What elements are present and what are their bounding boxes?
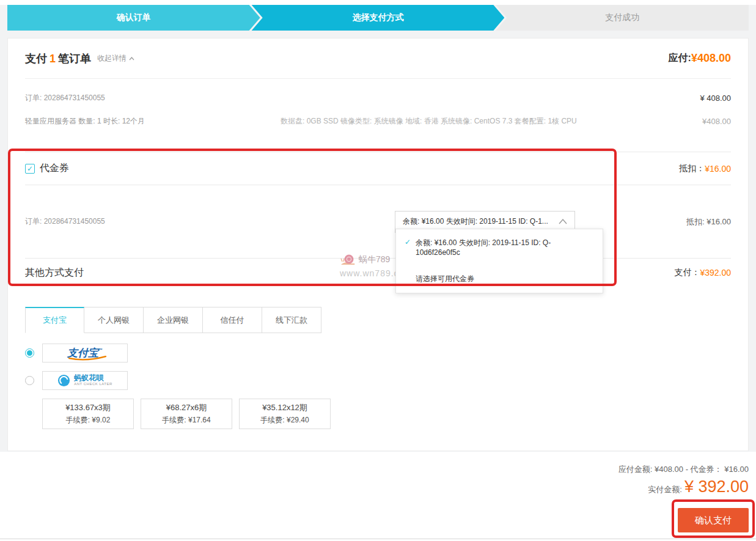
product-spec: 轻量应用服务器 数量: 1 时长: 12个月 [25, 116, 145, 127]
huabei-logo-subtext: ANT CHECK LATER [74, 382, 112, 386]
step-label: 支付成功 [605, 12, 639, 23]
trademark-mark: ™ [98, 348, 103, 352]
installment-plan: ¥68.27x6期 [166, 402, 207, 413]
installment-options: ¥133.67x3期 手续费: ¥9.02 ¥68.27x6期 手续费: ¥17… [42, 399, 731, 429]
deduct-label: 抵扣： [679, 163, 705, 174]
voucher-checkbox[interactable]: ✓ [25, 164, 35, 174]
alipay-logo: 支付宝™ [67, 348, 103, 358]
config-spec: 数据盘: 0GB SSD 镜像类型: 系统镜像 地域: 香港 系统镜像: Cen… [281, 116, 577, 127]
title-prefix: 支付 [25, 53, 47, 65]
tab-personal-bank[interactable]: 个人网银 [84, 307, 144, 333]
installment-fee: 手续费: ¥29.40 [260, 415, 309, 425]
installment-3-months[interactable]: ¥133.67x3期 手续费: ¥9.02 [42, 399, 134, 429]
alipay-logo-box[interactable]: 支付宝™ [42, 344, 128, 363]
voucher-option-label: 请选择可用代金券 [416, 274, 474, 284]
ant-check-later-icon [57, 374, 70, 387]
order-spec-row: 轻量应用服务器 数量: 1 时长: 12个月 数据盘: 0GB SSD 镜像类型… [25, 109, 731, 133]
tab-label: 线下汇款 [276, 315, 307, 326]
voucher-option-label: 余额: ¥16.00 失效时间: 2019-11-15 ID: Q-10d6f2… [416, 238, 594, 257]
order-count: 1 [47, 53, 58, 65]
order-id-row: 订单: 202864731450055 ¥ 408.00 [25, 86, 731, 109]
installment-fee: 手续费: ¥9.02 [66, 415, 111, 425]
voucher-order-row: 订单: 202864731450055 余额: ¥16.00 失效时间: 201… [25, 185, 731, 259]
order-count-title: 支付1笔订单 [25, 51, 91, 66]
installment-6-months[interactable]: ¥68.27x6期 手续费: ¥17.64 [141, 399, 232, 429]
order-amount: ¥ 408.00 [700, 94, 731, 103]
tab-label: 企业网银 [157, 315, 189, 326]
voucher-order-id: 订单: 202864731450055 [25, 216, 395, 227]
huabei-logo-text: 蚂蚁花呗 [74, 374, 112, 382]
order-card-header: 支付1笔订单 收起详情 应付: ¥408.00 [25, 39, 731, 79]
summary-total-row: 实付金额: ¥ 392.00 [648, 477, 749, 496]
huabei-radio[interactable] [25, 376, 34, 385]
other-payment-header: 其他方式支付 支付： ¥392.00 [25, 259, 731, 287]
row-deduct: 抵扣: ¥16.00 [686, 216, 731, 227]
method-alipay[interactable]: 支付宝™ [25, 343, 731, 363]
installment-plan: ¥35.12x12期 [262, 402, 307, 413]
method-huabei[interactable]: 蚂蚁花呗 ANT CHECK LATER [25, 370, 731, 390]
step-wizard: 确认订单 选择支付方式 支付成功 [7, 5, 749, 31]
installment-12-months[interactable]: ¥35.12x12期 手续费: ¥29.40 [239, 399, 331, 429]
voucher-title: 代金券 [40, 162, 69, 175]
spec-amount: ¥408.00 [702, 117, 731, 126]
other-payment-title: 其他方式支付 [25, 267, 84, 279]
tab-trust-pay[interactable]: 信任付 [203, 307, 262, 333]
step-label: 确认订单 [117, 12, 151, 23]
voucher-dropdown: ✓ 余额: ¥16.00 失效时间: 2019-11-15 ID: Q-10d6… [395, 229, 603, 293]
step-label: 选择支付方式 [353, 12, 404, 23]
step-confirm-order[interactable]: 确认订单 [7, 5, 260, 31]
deduct-amount: ¥16.00 [705, 164, 731, 174]
alipay-radio[interactable] [25, 348, 34, 358]
confirm-pay-button[interactable]: 确认支付 [678, 508, 749, 532]
total-label: 实付金额: [648, 484, 682, 495]
installment-plan: ¥133.67x3期 [65, 402, 111, 413]
step-select-payment: 选择支付方式 [252, 5, 505, 31]
installment-fee: 手续费: ¥17.64 [162, 415, 210, 425]
voucher-select[interactable]: 余额: ¥16.00 失效时间: 2019-11-15 ID: Q-1... ✓… [395, 211, 575, 233]
huabei-logo: 蚂蚁花呗 ANT CHECK LATER [57, 374, 112, 387]
alipay-swoosh-icon [68, 356, 106, 361]
order-id: 订单: 202864731450055 [25, 93, 105, 103]
order-detail-rows: 订单: 202864731450055 ¥ 408.00 轻量应用服务器 数量:… [25, 79, 731, 133]
collapse-details-toggle[interactable]: 收起详情 [97, 53, 134, 64]
chevron-up-icon [559, 219, 567, 224]
payable-label: 应付: [669, 52, 691, 65]
voucher-option-placeholder[interactable]: ✓ 请选择可用代金券 [396, 265, 603, 293]
pay-amount: ¥392.00 [700, 268, 731, 278]
order-card: 支付1笔订单 收起详情 应付: ¥408.00 订单: 202864731450… [7, 38, 749, 451]
payment-tabs: 支付宝 个人网银 企业网银 信任付 线下汇款 [25, 307, 731, 333]
huabei-logo-box[interactable]: 蚂蚁花呗 ANT CHECK LATER [42, 371, 128, 390]
step-payment-success: 支付成功 [496, 5, 749, 31]
pay-label: 支付： [674, 267, 700, 278]
collapse-label: 收起详情 [97, 53, 127, 64]
bottom-divider [0, 539, 756, 539]
payment-method-list: 支付宝™ 蚂蚁花呗 [25, 343, 731, 390]
row-deduct-label: 抵扣: [686, 217, 705, 226]
tab-alipay[interactable]: 支付宝 [25, 307, 84, 333]
voucher-section: ✓ 代金券 抵扣： ¥16.00 订单: 202864731450055 余额:… [25, 152, 731, 259]
check-icon: ✓ [405, 238, 416, 246]
tab-label: 信任付 [221, 315, 244, 326]
payable-amount: ¥408.00 [691, 52, 731, 65]
voucher-select-value: 余额: ¥16.00 失效时间: 2019-11-15 ID: Q-1... [403, 216, 554, 227]
voucher-header-row: ✓ 代金券 抵扣： ¥16.00 [25, 152, 731, 185]
tab-offline-remit[interactable]: 线下汇款 [262, 307, 321, 333]
chevron-up-icon [129, 57, 134, 61]
tab-corporate-bank[interactable]: 企业网银 [144, 307, 203, 333]
tab-label: 个人网银 [98, 315, 130, 326]
tab-label: 支付宝 [43, 315, 67, 326]
summary-breakdown: 应付金额: ¥408.00 - 代金券： ¥16.00 [618, 464, 749, 475]
total-amount: ¥ 392.00 [684, 477, 749, 496]
voucher-option-selected[interactable]: ✓ 余额: ¥16.00 失效时间: 2019-11-15 ID: Q-10d6… [396, 229, 603, 265]
payment-page: 确认订单 选择支付方式 支付成功 支付1笔订单 收起详情 应付: ¥408.00 [0, 0, 756, 541]
row-deduct-amount: ¥16.00 [706, 217, 731, 226]
check-icon: ✓ [27, 164, 33, 173]
title-suffix: 笔订单 [58, 53, 91, 65]
